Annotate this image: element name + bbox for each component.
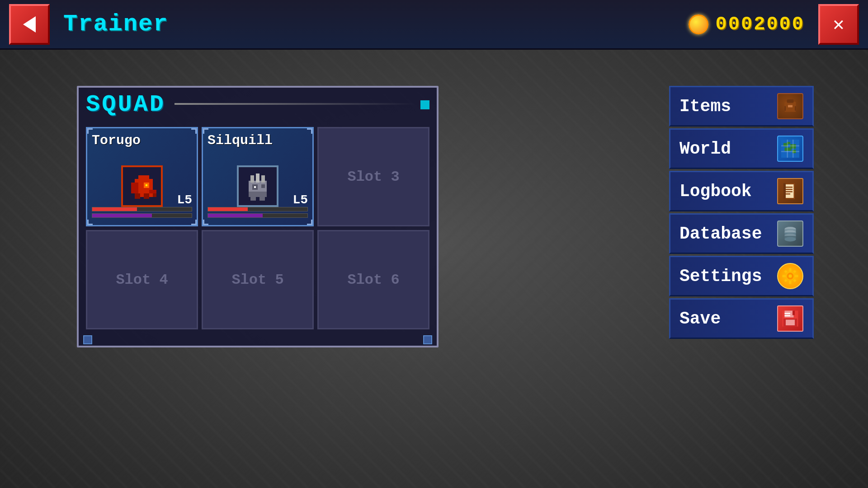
menu-panel: Items World <box>669 86 814 339</box>
database-icon <box>777 221 803 247</box>
silquill-health-fill <box>208 207 248 211</box>
svg-rect-66 <box>785 315 791 317</box>
header-bar: Trainer 0002000 ✕ <box>0 0 868 50</box>
svg-rect-39 <box>786 189 793 190</box>
coin-icon <box>689 14 708 34</box>
settings-icon <box>777 263 803 289</box>
svg-rect-17 <box>254 186 256 188</box>
logbook-icon <box>777 178 803 204</box>
squad-slot-1[interactable]: Torugo <box>86 127 198 226</box>
svg-rect-41 <box>786 193 790 195</box>
squad-slot-2[interactable]: Silquill <box>202 127 314 226</box>
menu-item-items[interactable]: Items <box>669 86 814 127</box>
slot-6-label: Slot 6 <box>347 272 399 288</box>
svg-rect-54 <box>783 275 786 277</box>
svg-rect-20 <box>259 195 265 201</box>
world-icon <box>777 136 803 162</box>
svg-rect-6 <box>149 190 156 193</box>
menu-item-save[interactable]: Save <box>669 298 814 339</box>
svg-rect-42 <box>783 183 786 199</box>
svg-rect-2 <box>131 183 138 193</box>
monster-1-name: Torugo <box>92 133 141 148</box>
squad-header: SQUAD <box>79 88 437 122</box>
monster-1-level: L5 <box>177 193 192 207</box>
torugo-bars <box>92 207 192 218</box>
svg-rect-34 <box>787 140 788 158</box>
svg-rect-35 <box>793 140 794 158</box>
torugo-health-bg <box>92 207 192 211</box>
handle-dot-right <box>423 335 432 344</box>
svg-rect-65 <box>785 313 791 314</box>
handle-dot-left <box>83 335 92 344</box>
svg-rect-19 <box>250 195 256 201</box>
squad-slot-6[interactable]: Slot 6 <box>317 230 429 329</box>
svg-rect-32 <box>781 145 799 147</box>
save-icon <box>777 305 803 332</box>
svg-rect-58 <box>784 279 787 282</box>
coin-amount: 0002000 <box>716 14 805 35</box>
svg-rect-5 <box>146 184 147 186</box>
squad-title-line <box>175 103 416 105</box>
header-title: Trainer <box>63 11 168 38</box>
silquill-mana-bg <box>208 213 308 218</box>
squad-grid: Torugo <box>79 122 437 337</box>
svg-point-49 <box>785 237 796 242</box>
torugo-sprite <box>120 164 164 208</box>
svg-rect-56 <box>784 270 787 273</box>
svg-rect-33 <box>781 151 799 152</box>
main-content: SQUAD Torugo <box>0 50 868 488</box>
menu-item-settings[interactable]: Settings <box>669 256 814 296</box>
monster-silquill: Silquill <box>203 128 312 225</box>
squad-title: SQUAD <box>86 91 165 118</box>
svg-rect-53 <box>789 281 792 284</box>
close-button[interactable]: ✕ <box>818 4 859 45</box>
close-icon: ✕ <box>833 13 844 36</box>
silquill-mana-fill <box>208 214 263 217</box>
silquill-bars <box>208 207 308 218</box>
svg-rect-55 <box>795 275 798 277</box>
silquill-health-bg <box>208 207 308 211</box>
menu-settings-label: Settings <box>679 267 777 286</box>
squad-slot-3[interactable]: Slot 3 <box>317 127 429 226</box>
menu-items-label: Items <box>679 97 777 116</box>
menu-item-database[interactable]: Database <box>669 213 814 254</box>
squad-bottom-handle <box>83 337 432 346</box>
torugo-mana-bg <box>92 213 192 218</box>
silquill-sprite <box>236 164 279 208</box>
svg-rect-7 <box>153 193 156 197</box>
menu-database-label: Database <box>679 224 777 244</box>
menu-save-label: Save <box>679 309 777 328</box>
slot-5-label: Slot 5 <box>231 272 283 288</box>
svg-rect-59 <box>793 279 796 282</box>
svg-rect-24 <box>785 106 786 111</box>
svg-rect-9 <box>144 193 149 199</box>
svg-rect-12 <box>250 175 254 183</box>
svg-rect-38 <box>786 187 793 188</box>
svg-rect-3 <box>138 175 149 183</box>
menu-logbook-label: Logbook <box>679 182 777 201</box>
monster-2-level: L5 <box>292 193 308 207</box>
menu-item-logbook[interactable]: Logbook <box>669 171 814 211</box>
svg-point-51 <box>788 274 792 278</box>
svg-rect-13 <box>256 174 259 183</box>
slot-3-label: Slot 3 <box>347 169 399 185</box>
monster-torugo: Torugo <box>87 128 197 225</box>
menu-item-world[interactable]: World <box>669 128 814 169</box>
svg-rect-62 <box>793 311 795 315</box>
svg-rect-64 <box>786 320 795 326</box>
svg-rect-52 <box>789 268 792 272</box>
svg-rect-22 <box>787 99 794 103</box>
squad-slot-5[interactable]: Slot 5 <box>202 230 314 329</box>
torugo-mana-fill <box>92 214 152 217</box>
svg-rect-8 <box>135 193 140 199</box>
svg-rect-40 <box>786 191 793 192</box>
svg-rect-57 <box>793 270 796 273</box>
squad-panel: SQUAD Torugo <box>77 86 439 347</box>
svg-rect-14 <box>261 175 265 183</box>
svg-rect-23 <box>788 105 793 108</box>
svg-rect-25 <box>795 106 796 111</box>
back-button[interactable] <box>9 4 50 45</box>
squad-slot-4[interactable]: Slot 4 <box>86 230 198 329</box>
items-icon <box>777 93 803 119</box>
svg-rect-16 <box>261 184 265 188</box>
